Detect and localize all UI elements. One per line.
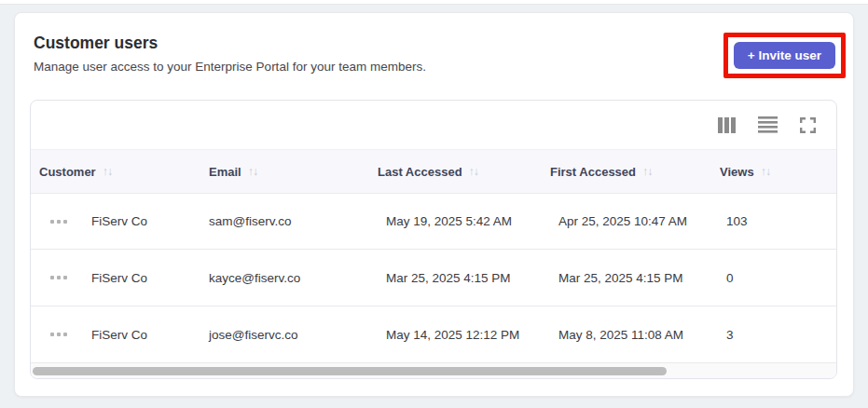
cell-first-accessed: May 8, 2025 11:08 AM <box>558 328 726 342</box>
column-header-customer[interactable]: Customer ↑↓ <box>39 165 209 179</box>
table-header-row: Customer ↑↓ Email ↑↓ Last Accessed ↑↓ Fi… <box>31 149 836 193</box>
column-label: Views <box>720 165 754 179</box>
density-icon[interactable] <box>758 116 778 133</box>
annotation-highlight-box: + Invite user <box>723 33 846 78</box>
table-row: FiServ Co sam@fiserv.co May 19, 2025 5:4… <box>31 193 836 250</box>
cell-views: 103 <box>726 214 836 228</box>
cell-email: jose@fiservc.co <box>209 328 386 342</box>
cell-customer: FiServ Co <box>91 328 209 342</box>
cell-views: 3 <box>726 328 836 342</box>
top-app-strip <box>0 0 868 5</box>
sort-icon[interactable]: ↑↓ <box>642 165 653 178</box>
scrollbar-thumb[interactable] <box>33 367 667 375</box>
column-header-email[interactable]: Email ↑↓ <box>209 165 378 179</box>
table-toolbar <box>31 101 836 149</box>
cell-last-accessed: May 14, 2025 12:12 PM <box>386 328 558 342</box>
page-subtitle: Manage user access to your Enterprise Po… <box>34 60 426 74</box>
cell-email: kayce@fiserv.co <box>209 271 386 285</box>
customer-users-panel: Customer users Manage user access to you… <box>14 12 854 397</box>
column-header-first-accessed[interactable]: First Accessed ↑↓ <box>550 165 720 179</box>
cell-customer: FiServ Co <box>91 271 209 285</box>
cell-first-accessed: Apr 25, 2025 10:47 AM <box>558 214 726 228</box>
cell-last-accessed: May 19, 2025 5:42 AM <box>386 214 558 228</box>
users-table-card: Customer ↑↓ Email ↑↓ Last Accessed ↑↓ Fi… <box>30 100 837 379</box>
sort-icon[interactable]: ↑↓ <box>248 165 258 178</box>
column-header-views[interactable]: Views ↑↓ <box>720 165 836 179</box>
horizontal-scrollbar[interactable] <box>31 363 836 378</box>
cell-first-accessed: Mar 25, 2025 4:15 PM <box>558 271 726 285</box>
page-title: Customer users <box>34 34 158 53</box>
column-label: Last Accessed <box>378 165 462 179</box>
columns-icon[interactable] <box>718 117 736 133</box>
column-label: Email <box>209 165 241 179</box>
table-row: FiServ Co jose@fiservc.co May 14, 2025 1… <box>31 306 836 363</box>
cell-customer: FiServ Co <box>91 214 209 228</box>
row-menu-icon[interactable] <box>48 272 69 283</box>
cell-views: 0 <box>726 271 836 285</box>
table-row: FiServ Co kayce@fiserv.co Mar 25, 2025 4… <box>31 250 836 306</box>
sort-icon[interactable]: ↑↓ <box>761 165 771 178</box>
fullscreen-icon[interactable] <box>800 117 816 133</box>
sort-icon[interactable]: ↑↓ <box>103 165 113 178</box>
cell-email: sam@fiserv.co <box>209 214 386 228</box>
column-label: First Accessed <box>550 165 636 179</box>
column-header-last-accessed[interactable]: Last Accessed ↑↓ <box>378 165 550 179</box>
invite-user-button[interactable]: + Invite user <box>734 42 835 69</box>
column-label: Customer <box>39 165 96 179</box>
cell-last-accessed: Mar 25, 2025 4:15 PM <box>386 271 558 285</box>
row-menu-icon[interactable] <box>48 216 69 227</box>
sort-icon[interactable]: ↑↓ <box>469 165 479 178</box>
row-menu-icon[interactable] <box>48 329 69 340</box>
